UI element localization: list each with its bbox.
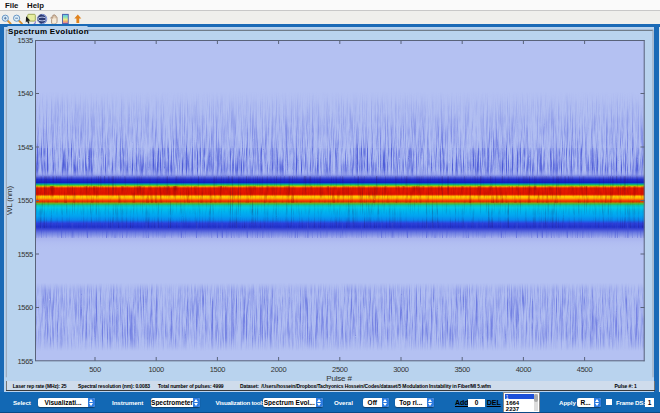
svg-text:1540: 1540 [18, 89, 34, 98]
svg-text:1560: 1560 [18, 303, 34, 312]
svg-text:500: 500 [89, 365, 101, 374]
svg-text:Spectrum Evolution: Spectrum Evolution [8, 27, 89, 36]
svg-text:1000: 1000 [148, 365, 164, 374]
svg-text:3000: 3000 [393, 365, 409, 374]
svg-text:1500: 1500 [210, 365, 226, 374]
svg-text:4500: 4500 [577, 365, 593, 374]
svg-text:2000: 2000 [271, 365, 287, 374]
svg-text:3500: 3500 [454, 365, 470, 374]
svg-text:1565: 1565 [18, 357, 34, 366]
svg-text:1550: 1550 [18, 196, 34, 205]
svg-text:4000: 4000 [516, 365, 532, 374]
svg-text:1535: 1535 [18, 36, 34, 45]
svg-text:2500: 2500 [332, 365, 348, 374]
svg-text:1555: 1555 [18, 250, 34, 259]
svg-text:1545: 1545 [18, 143, 34, 152]
